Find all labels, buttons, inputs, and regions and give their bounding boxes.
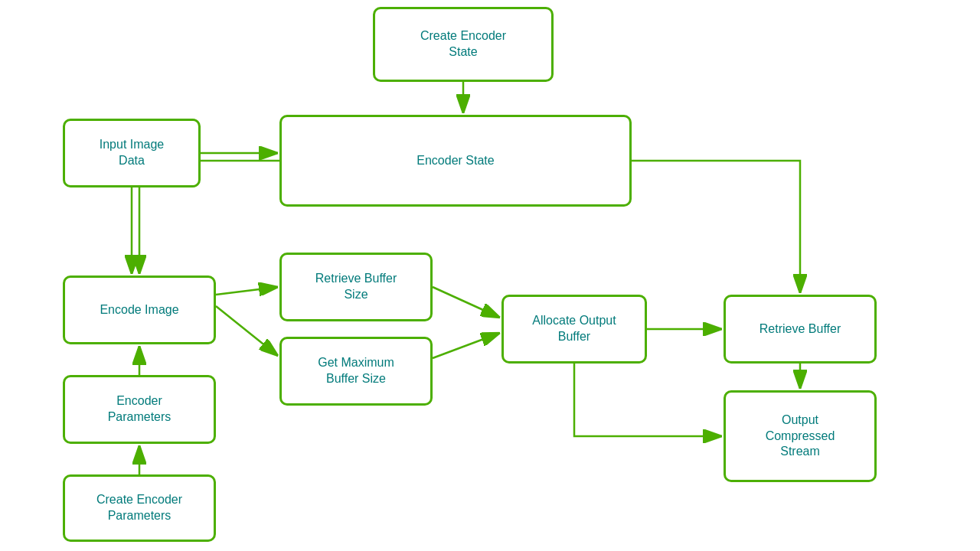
svg-line-5 — [216, 306, 278, 356]
output-compressed-stream-node: OutputCompressedStream — [724, 390, 877, 482]
svg-line-4 — [216, 287, 278, 295]
create-encoder-state-node: Create EncoderState — [373, 7, 554, 82]
retrieve-buffer-node: Retrieve Buffer — [724, 295, 877, 364]
svg-line-7 — [433, 333, 500, 358]
input-image-data-node: Input ImageData — [63, 119, 201, 187]
diagram-container: Create EncoderState Encoder State Input … — [0, 0, 980, 551]
create-encoder-parameters-node: Create EncoderParameters — [63, 474, 216, 542]
encode-image-node: Encode Image — [63, 276, 216, 344]
encoder-state-node: Encoder State — [279, 115, 632, 207]
svg-line-6 — [433, 287, 500, 318]
encoder-parameters-node: EncoderParameters — [63, 375, 216, 444]
retrieve-buffer-size-node: Retrieve BufferSize — [279, 253, 433, 321]
allocate-output-buffer-node: Allocate OutputBuffer — [501, 295, 647, 364]
get-max-buffer-size-node: Get MaximumBuffer Size — [279, 337, 433, 406]
